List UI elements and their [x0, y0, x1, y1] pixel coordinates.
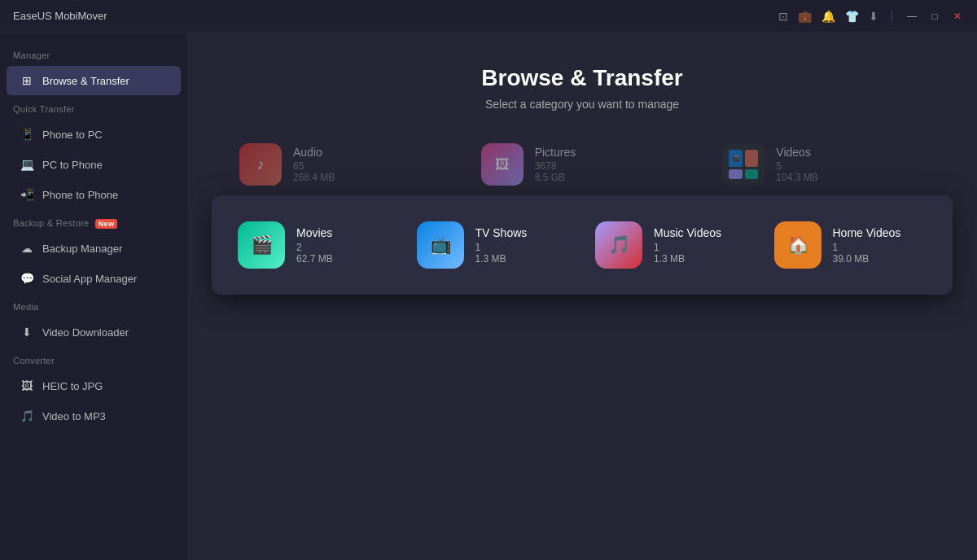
svg-text:🎬: 🎬: [251, 234, 274, 256]
sidebar-section-quick-transfer: Quick Transfer: [0, 96, 187, 119]
heic-to-jpg-icon: 🖼: [20, 378, 34, 393]
sidebar-item-label-phone-to-pc: Phone to PC: [42, 129, 103, 141]
sidebar-item-label-phone-to-phone: Phone to Phone: [42, 189, 118, 201]
titlebar-controls: ⊡ 💼 🔔 👕 ⬇ — □ ✕: [778, 10, 964, 23]
shirt-icon: 👕: [845, 10, 859, 23]
videos-name: Videos: [776, 146, 817, 159]
category-videos[interactable]: 🎬 Videos 5 104.3 MB: [703, 127, 944, 203]
videos-count: 5: [776, 160, 817, 172]
sidebar-item-backup-manager[interactable]: ☁ Backup Manager: [7, 234, 181, 263]
bell-icon: 🔔: [821, 10, 835, 23]
main-layout: Manager ⊞ Browse & Transfer Quick Transf…: [0, 33, 977, 560]
sidebar-item-heic-to-jpg[interactable]: 🖼 HEIC to JPG: [7, 371, 181, 400]
sidebar-item-social-app-manager[interactable]: 💬 Social App Manager: [7, 264, 181, 293]
popup-home-videos[interactable]: 🏠 Home Videos 1 39.0 MB: [765, 215, 937, 275]
popup-movies[interactable]: 🎬 Movies 2 62.7 MB: [228, 215, 401, 275]
pc-to-phone-icon: 💻: [20, 157, 34, 172]
minimize-button[interactable]: —: [905, 10, 918, 23]
popup-tv-shows[interactable]: 📺 TV Shows 1 1.3 MB: [407, 215, 580, 275]
svg-text:🎵: 🎵: [608, 234, 631, 256]
audio-size: 268.4 MB: [293, 172, 335, 183]
pictures-size: 8.5 GB: [535, 172, 576, 183]
sidebar-item-phone-to-pc[interactable]: 📱 Phone to PC: [7, 120, 181, 149]
maximize-button[interactable]: □: [928, 10, 941, 23]
sidebar-item-video-to-mp3[interactable]: 🎵 Video to MP3: [7, 401, 181, 431]
video-to-mp3-icon: 🎵: [20, 409, 34, 423]
sidebar-section-manager: Manager: [0, 42, 187, 65]
page-title: Browse & Transfer: [187, 65, 977, 91]
backup-manager-icon: ☁: [20, 241, 34, 256]
tablet-icon: ⊡: [778, 10, 788, 23]
tv-shows-icon: 📺: [417, 221, 464, 269]
download-icon: ⬇: [869, 10, 878, 23]
svg-text:📺: 📺: [429, 234, 452, 256]
browse-transfer-icon: ⊞: [20, 73, 34, 88]
audio-icon: ♪: [239, 143, 282, 186]
videos-info: Videos 5 104.3 MB: [776, 146, 817, 183]
video-grid: 🎬: [729, 150, 758, 179]
music-videos-count: 1: [654, 242, 721, 253]
category-audio[interactable]: ♪ Audio 65 268.4 MB: [220, 127, 462, 203]
briefcase-icon: 💼: [798, 10, 812, 23]
home-videos-size: 39.0 MB: [833, 253, 901, 265]
svg-text:🖼: 🖼: [495, 156, 510, 173]
movies-name: Movies: [296, 226, 333, 239]
svg-text:🏠: 🏠: [786, 234, 809, 256]
videos-icon: 🎬: [722, 143, 765, 186]
app-title: EaseUS MobiMover: [13, 10, 107, 22]
tv-shows-name: TV Shows: [475, 226, 528, 239]
sidebar-item-label-video-downloader: Video Downloader: [42, 326, 129, 339]
pictures-icon: 🖼: [481, 143, 524, 186]
social-app-manager-icon: 💬: [20, 271, 34, 286]
sidebar: Manager ⊞ Browse & Transfer Quick Transf…: [0, 33, 187, 560]
audio-count: 65: [293, 160, 335, 172]
sidebar-section-backup: Backup & Restore New: [0, 210, 187, 233]
sidebar-section-media: Media: [0, 294, 187, 317]
audio-info: Audio 65 268.4 MB: [293, 146, 335, 183]
audio-name: Audio: [293, 146, 335, 159]
sidebar-section-converter: Converter: [0, 348, 187, 370]
pictures-name: Pictures: [535, 146, 576, 159]
video-downloader-icon: ⬇: [20, 325, 34, 339]
music-videos-name: Music Videos: [654, 226, 721, 239]
home-videos-name: Home Videos: [833, 226, 901, 239]
page-subtitle: Select a category you want to manage: [187, 98, 977, 111]
video-popup: 🎬 Movies 2 62.7 MB 📺 TV Shows: [212, 195, 953, 295]
titlebar: EaseUS MobiMover ⊡ 💼 🔔 👕 ⬇ — □ ✕: [0, 0, 977, 33]
movies-count: 2: [296, 242, 333, 253]
movies-info: Movies 2 62.7 MB: [296, 226, 333, 265]
svg-text:♪: ♪: [257, 156, 265, 173]
music-videos-icon: 🎵: [595, 221, 642, 269]
sidebar-item-phone-to-phone[interactable]: 📲 Phone to Phone: [7, 180, 181, 209]
content-header: Browse & Transfer Select a category you …: [187, 33, 977, 127]
category-pictures[interactable]: 🖼 Pictures 3678 8.5 GB: [462, 127, 703, 203]
sidebar-item-label-backup-manager: Backup Manager: [42, 243, 122, 255]
phone-to-pc-icon: 📱: [20, 127, 34, 142]
sidebar-item-browse-transfer[interactable]: ⊞ Browse & Transfer: [7, 66, 181, 95]
sidebar-item-pc-to-phone[interactable]: 💻 PC to Phone: [7, 150, 181, 179]
close-button[interactable]: ✕: [951, 10, 964, 23]
home-videos-icon: 🏠: [774, 221, 821, 269]
sidebar-item-label-social-app-manager: Social App Manager: [42, 273, 137, 285]
pictures-count: 3678: [535, 160, 576, 172]
tv-shows-count: 1: [475, 242, 528, 253]
music-videos-size: 1.3 MB: [654, 253, 721, 265]
movies-size: 62.7 MB: [296, 253, 333, 265]
tv-shows-size: 1.3 MB: [475, 253, 528, 265]
videos-size: 104.3 MB: [776, 172, 817, 183]
sidebar-item-video-downloader[interactable]: ⬇ Video Downloader: [7, 317, 181, 347]
sidebar-item-label-video-to-mp3: Video to MP3: [42, 410, 106, 422]
music-videos-info: Music Videos 1 1.3 MB: [654, 226, 721, 265]
new-badge: New: [95, 219, 117, 229]
sidebar-item-label-pc-to-phone: PC to Phone: [42, 159, 103, 171]
home-videos-count: 1: [833, 242, 901, 253]
home-videos-info: Home Videos 1 39.0 MB: [833, 226, 901, 265]
sidebar-item-label-heic-to-jpg: HEIC to JPG: [42, 380, 103, 392]
phone-to-phone-icon: 📲: [20, 187, 34, 202]
content-area: Browse & Transfer Select a category you …: [187, 33, 977, 560]
sidebar-item-label-browse-transfer: Browse & Transfer: [42, 75, 129, 87]
popup-music-videos[interactable]: 🎵 Music Videos 1 1.3 MB: [585, 215, 758, 275]
movies-icon: 🎬: [238, 221, 285, 269]
tv-shows-info: TV Shows 1 1.3 MB: [475, 226, 528, 265]
pictures-info: Pictures 3678 8.5 GB: [535, 146, 576, 183]
